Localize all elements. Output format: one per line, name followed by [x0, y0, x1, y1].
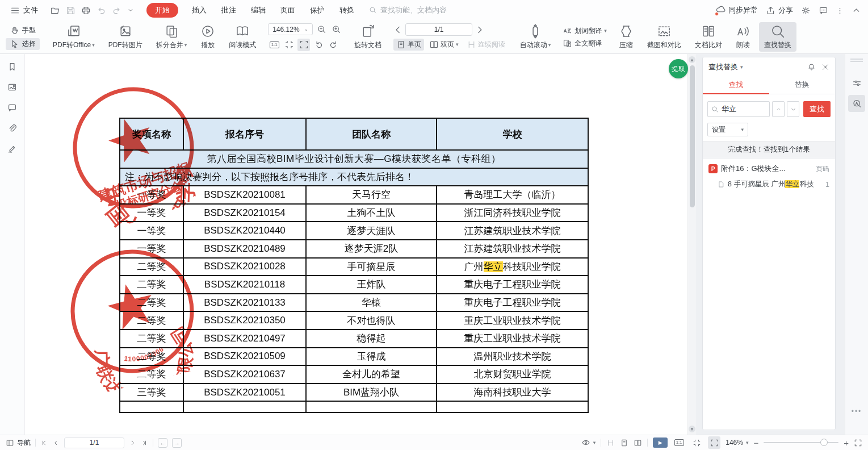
rotate-doc-button[interactable]: 旋转文档 [349, 22, 387, 52]
play-slideshow-button[interactable]: 播放 [195, 22, 220, 52]
tab-convert[interactable]: 转换 [338, 3, 355, 18]
last-page-icon[interactable] [141, 439, 148, 447]
zoom-value-dropdown[interactable]: 146.12%⌄ [268, 23, 313, 35]
navigation-toggle-button[interactable]: 导航 [6, 438, 31, 448]
find-button[interactable]: 查找 [803, 101, 831, 117]
zoom-in-plus[interactable]: + [844, 438, 849, 448]
prev-page-icon[interactable] [393, 25, 403, 35]
statusbar-play-button[interactable]: ▶ [653, 438, 668, 448]
doc-compare-button[interactable]: 文档比对 [690, 22, 727, 52]
auto-scroll-button[interactable]: 自动滚动▾ [515, 22, 556, 52]
tab-find[interactable]: 查找 [703, 76, 769, 94]
settings-gear-icon[interactable] [801, 6, 811, 15]
actual-size-button[interactable]: 1:1 [268, 39, 280, 51]
bookmarks-icon[interactable] [7, 62, 17, 72]
feedback-comment-icon[interactable] [819, 6, 828, 15]
zoom-in-button[interactable] [330, 23, 342, 36]
undo-icon[interactable] [97, 6, 106, 15]
tab-edit[interactable]: 编辑 [250, 3, 267, 18]
fit-width-button[interactable] [283, 39, 295, 51]
vertical-scrollbar[interactable]: ▲ ▼ [687, 54, 696, 435]
tab-protect[interactable]: 保护 [309, 3, 326, 18]
find-next-button[interactable] [787, 101, 799, 117]
first-page-icon[interactable] [40, 439, 48, 447]
scrollbar-thumb[interactable] [690, 65, 695, 207]
find-input[interactable] [722, 105, 766, 114]
statusbar-fit-page-button[interactable] [708, 436, 720, 449]
rotate-left-button[interactable] [312, 39, 325, 51]
history-forward-button[interactable]: → [172, 438, 182, 448]
single-page-button[interactable]: 单页 [393, 39, 424, 51]
bell-icon[interactable] [807, 63, 816, 72]
scroll-up-button[interactable]: ▲ [689, 56, 695, 63]
result-file-row[interactable]: P 附件16：G模块全... 页码 [703, 159, 835, 176]
split-merge-button[interactable]: 拆分合并▾ [151, 22, 192, 52]
zoom-slider[interactable] [764, 442, 838, 443]
find-replace-button[interactable]: 查找替换 [759, 22, 796, 52]
panel-drag-handle[interactable] [850, 59, 863, 62]
document-viewport[interactable]: 第八届全国高校BIM毕业设计创新大赛—G模块获奖名单（专科组） 注：为不影响决赛… [25, 54, 696, 435]
double-page-view-icon[interactable] [634, 439, 642, 447]
fullscreen-icon[interactable] [854, 439, 862, 447]
word-translate-button[interactable]: 划词翻译▾ [563, 26, 607, 36]
find-settings-dropdown[interactable]: 设置▾ [707, 123, 748, 136]
next-page-icon[interactable] [129, 439, 136, 447]
find-previous-button[interactable] [772, 101, 785, 117]
statusbar-fit-width-button[interactable] [690, 436, 703, 449]
tab-insert[interactable]: 插入 [191, 3, 208, 18]
close-panel-icon[interactable] [821, 63, 829, 71]
full-translate-button[interactable]: 全文翻译 [563, 39, 607, 48]
select-tool-button[interactable]: 选择 [6, 38, 40, 50]
zoom-out-button[interactable] [315, 23, 328, 36]
signature-icon[interactable] [7, 144, 17, 153]
rotate-right-button[interactable] [327, 39, 339, 51]
history-back-button[interactable]: ← [158, 438, 167, 448]
thumbnails-icon[interactable] [7, 82, 17, 92]
global-search[interactable]: 查找功能、文档内容 [369, 5, 447, 15]
statusbar-zoom-dropdown[interactable]: 146%▾ [726, 439, 748, 447]
print-icon[interactable] [81, 6, 91, 15]
continuous-view-icon[interactable] [606, 439, 615, 447]
search-result-item[interactable]: 8 手可摘星辰 广州华立科技 1 [703, 176, 835, 193]
single-page-view-icon[interactable] [620, 439, 628, 447]
next-page-icon[interactable] [475, 25, 484, 35]
zoom-slider-knob[interactable] [820, 439, 828, 446]
rail-find-replace-button[interactable] [848, 95, 865, 112]
file-menu[interactable]: 文件 [7, 3, 41, 18]
tab-page[interactable]: 页面 [279, 3, 296, 18]
hand-tool-button[interactable]: 手型 [6, 24, 40, 36]
double-page-button[interactable]: 双页▾ [426, 39, 462, 51]
panel-title-dropdown-icon[interactable]: ▾ [740, 65, 743, 70]
read-mode-button[interactable]: 阅读模式 [224, 22, 261, 52]
statusbar-page-indicator[interactable]: 1/1 [64, 438, 124, 448]
screenshot-compare-button[interactable]: 截图和对比 [642, 22, 686, 52]
statusbar-actual-size-button[interactable]: 1:1 [673, 436, 685, 449]
scroll-down-button[interactable]: ▼ [689, 426, 695, 432]
tab-replace[interactable]: 替换 [769, 76, 836, 94]
eye-protect-dropdown[interactable]: ▾ [581, 438, 596, 447]
collapse-ribbon-icon[interactable] [852, 6, 861, 15]
zoom-out-minus[interactable]: − [753, 438, 758, 448]
open-folder-icon[interactable] [51, 6, 60, 15]
page-indicator[interactable]: 1/1 [405, 23, 472, 36]
tab-home[interactable]: 开始 [146, 3, 178, 18]
pdf-to-office-button[interactable]: PDF转Office▾ [48, 22, 100, 52]
pdf-to-image-button[interactable]: PDF转图片 [103, 22, 148, 52]
tab-comment[interactable]: 批注 [220, 3, 237, 18]
attachments-icon[interactable] [7, 123, 17, 133]
more-menu-icon[interactable]: ⋮ [836, 6, 844, 15]
read-aloud-button[interactable]: 朗读 [731, 22, 756, 52]
comments-icon[interactable] [7, 103, 17, 113]
panel-settings-button[interactable] [848, 74, 865, 91]
redo-icon[interactable] [112, 6, 121, 15]
prev-page-icon[interactable] [52, 439, 60, 447]
extract-badge[interactable]: 提取 [669, 59, 688, 78]
continuous-reading-button[interactable]: 连续阅读 [464, 39, 508, 51]
fit-page-button[interactable] [297, 39, 310, 51]
sync-status[interactable]: 同步异常 [716, 5, 758, 16]
rail-more-icon[interactable]: ••• [852, 407, 862, 415]
compress-button[interactable]: 压缩 [614, 22, 639, 52]
share-button[interactable]: 分享 [766, 5, 793, 15]
save-icon[interactable] [66, 6, 76, 15]
quickbar-dropdown-icon[interactable] [127, 7, 134, 14]
